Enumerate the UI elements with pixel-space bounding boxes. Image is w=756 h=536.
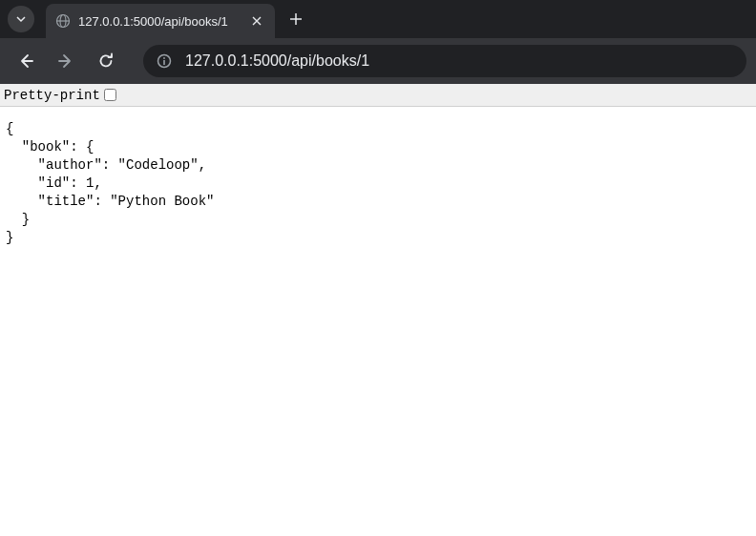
- close-tab-button[interactable]: [248, 12, 265, 30]
- svg-rect-5: [163, 60, 165, 65]
- tab-title: 127.0.0.1:5000/api/books/1: [78, 14, 241, 29]
- pretty-print-label: Pretty-print: [4, 88, 100, 103]
- browser-tab[interactable]: 127.0.0.1:5000/api/books/1: [46, 4, 275, 38]
- new-tab-button[interactable]: [283, 6, 309, 32]
- pretty-print-checkbox[interactable]: [104, 89, 116, 101]
- reload-icon: [97, 52, 115, 70]
- chevron-down-icon: [15, 13, 27, 25]
- back-button[interactable]: [10, 45, 42, 77]
- titlebar: 127.0.0.1:5000/api/books/1: [0, 0, 756, 38]
- reload-button[interactable]: [90, 45, 122, 77]
- response-body: { "book": { "author": "Codeloop", "id": …: [0, 107, 756, 260]
- arrow-left-icon: [17, 52, 34, 70]
- info-icon: [157, 53, 172, 69]
- forward-button[interactable]: [50, 45, 82, 77]
- svg-point-4: [163, 57, 165, 59]
- arrow-right-icon: [57, 52, 74, 70]
- site-info-button[interactable]: [155, 52, 174, 71]
- toolbar: 127.0.0.1:5000/api/books/1: [0, 38, 756, 84]
- plus-icon: [289, 12, 303, 26]
- tab-search-dropdown[interactable]: [8, 6, 34, 32]
- url-text: 127.0.0.1:5000/api/books/1: [185, 52, 369, 70]
- pretty-print-bar: Pretty-print: [0, 84, 756, 107]
- close-icon: [252, 16, 262, 26]
- globe-icon: [55, 13, 71, 29]
- address-bar[interactable]: 127.0.0.1:5000/api/books/1: [143, 45, 746, 77]
